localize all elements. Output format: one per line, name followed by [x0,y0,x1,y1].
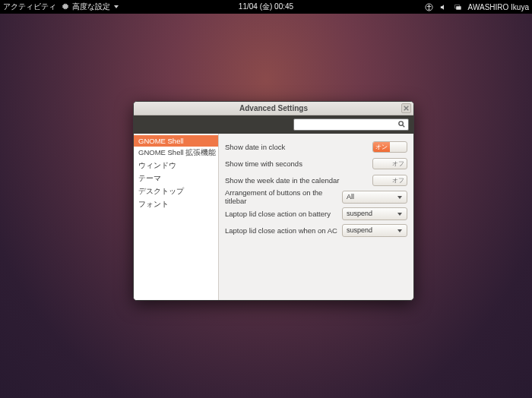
setting-row: Show time with secondsオンオフ [225,155,407,172]
setting-label: Arrangement of buttons on the titlebar [225,188,342,205]
sidebar-item[interactable]: テーマ [134,172,218,185]
close-button[interactable] [401,103,411,113]
toggle-on-label: オン [373,159,390,169]
setting-label: Show time with seconds [225,160,372,168]
clock[interactable]: 11/04 (金) 00:45 [239,2,293,12]
toggle-off-label: オフ [390,159,407,169]
titlebar[interactable]: Advanced Settings [134,102,413,115]
search-input[interactable] [293,118,409,131]
setting-row: Arrangement of buttons on the titlebarAl… [225,188,407,205]
toolbar [134,115,413,134]
accessibility-icon[interactable] [425,3,433,11]
toggle-on-label: オン [373,175,390,185]
volume-icon[interactable] [439,3,448,11]
user-menu[interactable]: AWASHIRO Ikuya [468,3,529,11]
settings-content: Show date in clockオンオフShow time with sec… [219,134,413,300]
sidebar: GNOME ShellGNOME Shell 拡張機能ウィンドウテーマデスクトッ… [134,134,219,300]
combo-value: suspend [347,226,372,234]
window-title: Advanced Settings [239,104,308,112]
setting-label: Show the week date in the calendar [225,176,372,185]
toggle-switch[interactable]: オンオフ [372,158,407,169]
search-icon [397,120,406,130]
svg-point-2 [428,5,429,6]
setting-label: Show date in clock [225,143,372,151]
combo-box[interactable]: suspend [342,224,407,237]
sidebar-item[interactable]: フォント [134,198,218,211]
app-menu[interactable]: 高度な設定 [61,2,119,12]
sidebar-item[interactable]: デスクトップ [134,185,218,198]
svg-point-5 [399,122,404,126]
sidebar-item[interactable]: GNOME Shell [134,135,218,147]
sidebar-item[interactable]: ウィンドウ [134,160,218,172]
activities-button[interactable]: アクティビティ [3,2,56,12]
svg-rect-4 [456,6,461,10]
setting-label: Laptop lid close action when on AC [225,226,342,235]
setting-row: Show date in clockオンオフ [225,138,407,155]
combo-value: suspend [347,210,372,217]
combo-value: All [347,193,354,201]
top-panel: アクティビティ 高度な設定 11/04 (金) 00:45 AWASHIRO I… [0,0,532,14]
setting-label: Laptop lid close action on battery [225,210,342,218]
combo-box[interactable]: All [342,191,407,204]
gear-icon [61,2,70,11]
combo-box[interactable]: suspend [342,207,407,220]
toggle-on-label: オン [373,142,390,152]
network-icon[interactable] [454,3,462,11]
chevron-down-icon [114,5,119,8]
advanced-settings-window: Advanced Settings GNOME ShellGNOME Shell… [133,101,414,301]
setting-row: Show the week date in the calendarオンオフ [225,172,407,188]
setting-row: Laptop lid close action when on ACsuspen… [225,222,407,238]
app-menu-label: 高度な設定 [72,2,110,12]
sidebar-item[interactable]: GNOME Shell 拡張機能 [134,147,218,160]
toggle-off-label: オフ [390,175,407,185]
close-icon [404,106,409,111]
setting-row: Laptop lid close action on batterysuspen… [225,205,407,222]
toggle-off-label: オフ [390,142,407,152]
toggle-switch[interactable]: オンオフ [372,175,407,186]
toggle-switch[interactable]: オンオフ [372,141,407,153]
